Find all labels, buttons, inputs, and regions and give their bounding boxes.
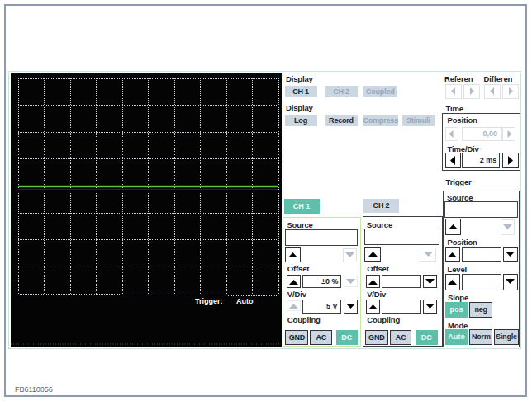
svg-text:Auto: Auto (236, 297, 254, 305)
svg-text:Trigger:: Trigger: (195, 297, 223, 305)
